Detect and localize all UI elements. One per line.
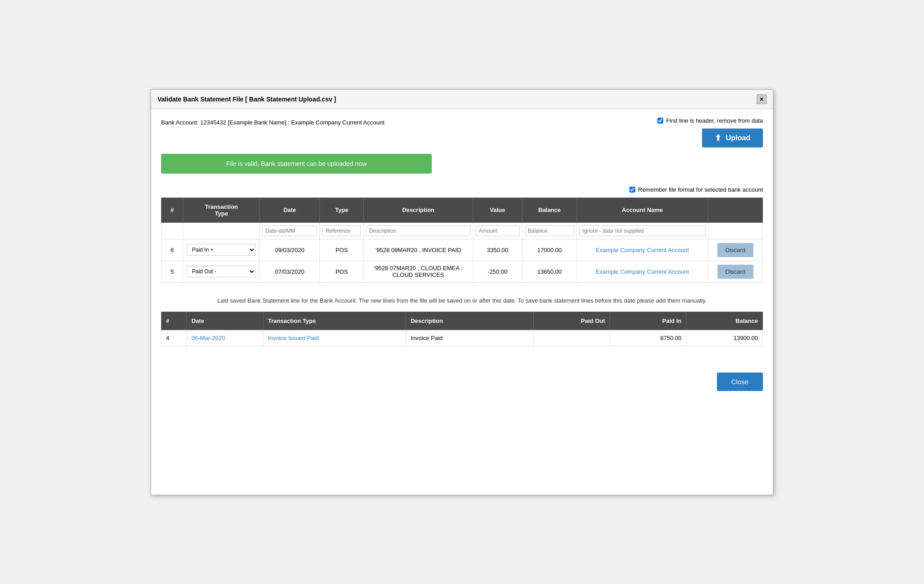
table-row: 5 Paid In + Paid Out - 07/03/2020 POS '9…: [162, 261, 763, 282]
bottom-table: # Date Transaction Type Description Paid…: [161, 312, 763, 346]
account-name-link-6[interactable]: Example Company Current Account: [596, 247, 689, 253]
col-header-transaction-type: TransactionType: [183, 198, 260, 222]
dialog-title: Validate Bank Statement File [ Bank Stat…: [157, 96, 336, 103]
col-header-hash: #: [162, 198, 183, 222]
row-date-5: 07/03/2020: [260, 261, 320, 282]
transaction-type-select-5[interactable]: Paid In + Paid Out -: [187, 266, 256, 277]
description-filter-input[interactable]: [366, 225, 470, 236]
bottom-row-desc-4: Invoice Paid: [406, 330, 533, 346]
filter-hash: [162, 222, 183, 239]
row-num-5: 5: [162, 261, 183, 282]
bank-account-label: Bank Account: 12345432 [Example Bank Nam…: [161, 117, 384, 126]
valid-banner: File is valid, Bank statement can be upl…: [161, 154, 432, 174]
bottom-row-paid-in-4: 8750.00: [610, 330, 686, 346]
close-dialog-button[interactable]: Close: [717, 372, 763, 391]
first-line-header-label[interactable]: First line is header, remove from data: [657, 117, 763, 124]
row-desc-5: '9528 07MAR20 , CLOUD EMEA , CLOUD SERVI…: [364, 261, 473, 282]
row-transaction-type-6: Paid In + Paid Out -: [183, 239, 260, 261]
filter-date: [260, 222, 320, 239]
bottom-table-row: 4 06-Mar-2020 Invoice Issued Paid Invoic…: [162, 330, 763, 346]
info-text: Last saved Bank Statement line for the B…: [161, 296, 763, 306]
upload-icon: ⬆: [715, 133, 721, 143]
date-filter-input[interactable]: [262, 225, 317, 236]
col-header-balance: Balance: [522, 198, 577, 222]
upload-button[interactable]: ⬆ Upload: [702, 129, 763, 147]
row-value-6: 3350.00: [473, 239, 522, 261]
row-transaction-type-5: Paid In + Paid Out -: [183, 261, 260, 282]
validate-dialog: Validate Bank Statement File [ Bank Stat…: [151, 89, 773, 495]
discard-button-6[interactable]: Discard: [717, 243, 753, 257]
col-header-date: Date: [260, 198, 320, 222]
col-header-type: Type: [320, 198, 364, 222]
bottom-col-date: Date: [187, 312, 263, 330]
top-right-controls: First line is header, remove from data ⬆…: [657, 117, 763, 147]
bottom-trans-type-link-4[interactable]: Invoice Issued Paid: [268, 335, 319, 341]
reference-filter-input[interactable]: [322, 225, 361, 236]
bottom-col-transaction-type: Transaction Type: [263, 312, 406, 330]
account-filter-input[interactable]: [579, 225, 706, 236]
main-table: # TransactionType Date Type Description …: [161, 198, 763, 283]
col-header-value: Value: [473, 198, 522, 222]
dialog-footer: Close: [151, 368, 773, 398]
filter-account: [577, 222, 708, 239]
remember-format-label[interactable]: Remember file format for selected bank a…: [629, 186, 763, 193]
first-line-header-checkbox[interactable]: [657, 118, 663, 124]
discard-button-5[interactable]: Discard: [717, 265, 753, 279]
filter-balance: [522, 222, 577, 239]
bottom-row-date-4: 06-Mar-2020: [187, 330, 263, 346]
row-action-6: Discard: [708, 239, 762, 261]
remember-row: Remember file format for selected bank a…: [161, 186, 763, 193]
row-balance-5: 13650.00: [522, 261, 577, 282]
dialog-body: Bank Account: 12345432 [Example Bank Nam…: [151, 109, 773, 368]
row-value-5: -250.00: [473, 261, 522, 282]
balance-filter-input[interactable]: [525, 225, 574, 236]
bottom-row-num-4: 4: [162, 330, 187, 346]
amount-filter-input[interactable]: [476, 225, 520, 236]
bottom-date-link-4[interactable]: 06-Mar-2020: [191, 335, 225, 341]
row-date-6: 09/03/2020: [260, 239, 320, 261]
col-header-action: [708, 198, 762, 222]
bottom-row-balance-4: 13900.00: [686, 330, 763, 346]
dialog-titlebar: Validate Bank Statement File [ Bank Stat…: [151, 90, 773, 109]
col-header-account-name: Account Name: [577, 198, 708, 222]
bottom-row-trans-type-4: Invoice Issued Paid: [263, 330, 406, 346]
filter-action: [708, 222, 762, 239]
filter-value: [473, 222, 522, 239]
top-row: Bank Account: 12345432 [Example Bank Nam…: [161, 117, 763, 147]
bottom-row-paid-out-4: [533, 330, 610, 346]
filter-type: [320, 222, 364, 239]
row-account-5: Example Company Current Account: [577, 261, 708, 282]
filter-row: [162, 222, 763, 239]
row-num-6: 6: [162, 239, 183, 261]
row-account-6: Example Company Current Account: [577, 239, 708, 261]
bottom-col-balance: Balance: [686, 312, 763, 330]
bottom-col-description: Description: [406, 312, 533, 330]
filter-description: [364, 222, 473, 239]
row-action-5: Discard: [708, 261, 762, 282]
col-header-description: Description: [364, 198, 473, 222]
transaction-type-select-6[interactable]: Paid In + Paid Out -: [187, 244, 256, 256]
account-name-link-5[interactable]: Example Company Current Account: [596, 268, 689, 275]
close-icon[interactable]: ×: [757, 94, 767, 104]
remember-format-checkbox[interactable]: [629, 187, 635, 193]
row-desc-6: '9528 09MAR20 , INVOICE PAID: [364, 239, 473, 261]
bottom-col-hash: #: [162, 312, 187, 330]
row-type-6: POS: [320, 239, 364, 261]
filter-transaction-type: [183, 222, 260, 239]
row-type-5: POS: [320, 261, 364, 282]
row-balance-6: 17000.00: [522, 239, 577, 261]
bottom-col-paid-out: Paid Out: [533, 312, 610, 330]
bottom-col-paid-in: Paid In: [610, 312, 686, 330]
table-row: 6 Paid In + Paid Out - 09/03/2020 POS '9…: [162, 239, 763, 261]
